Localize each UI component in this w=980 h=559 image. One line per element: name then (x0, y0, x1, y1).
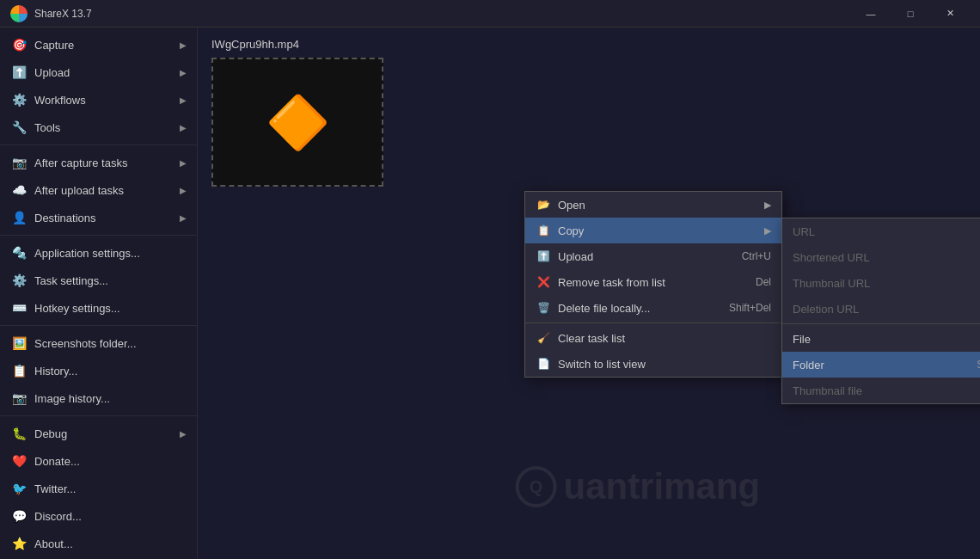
sidebar-item-upload[interactable]: ⬆️ Upload ▶ (0, 58, 197, 86)
file-section: IWgCpru9hh.mp4 🔶 (198, 28, 980, 197)
copy-deletion-url-label: Deletion URL (793, 303, 980, 316)
sidebar-label-about: About... (34, 538, 187, 550)
debug-arrow: ▶ (180, 429, 187, 439)
sidebar-label-task-settings: Task settings... (34, 274, 187, 287)
workflows-icon: ⚙️ (10, 91, 28, 108)
capture-icon: 🎯 (10, 36, 28, 53)
sidebar-item-destinations[interactable]: 👤 Destinations ▶ (0, 204, 197, 231)
maximize-button[interactable]: □ (891, 0, 930, 28)
watermark-circle: Q (516, 466, 557, 507)
sidebar-label-debug: Debug (34, 427, 180, 440)
ctx-item-remove-task[interactable]: ❌ Remove task from list Del (525, 269, 781, 295)
ctx-label-switch-view: Switch to list view (558, 358, 771, 371)
ctx-divider-1 (525, 322, 781, 323)
ctx-copy-shortened-url: Shortened URL (782, 244, 980, 270)
app-settings-icon: 🔩 (10, 244, 28, 261)
copy-thumbnail-file-label: Thumbnail file (793, 384, 980, 397)
sidebar-item-hotkey-settings[interactable]: ⌨️ Hotkey settings... (0, 294, 197, 322)
sidebar-item-twitter[interactable]: 🐦 Twitter... (0, 475, 197, 502)
debug-icon: 🐛 (10, 425, 28, 442)
ctx-label-delete-file: Delete file locally... (558, 302, 712, 315)
tools-icon: 🔧 (10, 119, 28, 136)
ctx-item-switch-view[interactable]: 📄 Switch to list view (525, 351, 781, 377)
sidebar-item-tools[interactable]: 🔧 Tools ▶ (0, 114, 197, 141)
minimize-button[interactable]: — (851, 0, 891, 28)
sidebar-item-debug[interactable]: 🐛 Debug ▶ (0, 420, 197, 447)
sidebar-label-app-settings: Application settings... (34, 247, 187, 260)
divider-3 (0, 325, 197, 326)
watermark: Q uantrimang (516, 466, 761, 507)
ctx-label-copy: Copy (558, 224, 761, 237)
copy-url-label: URL (793, 225, 980, 238)
tools-arrow: ▶ (180, 123, 187, 132)
delete-file-icon: 🗑️ (536, 300, 551, 316)
destinations-icon: 👤 (10, 209, 28, 226)
ctx-upload-icon: ⬆️ (536, 249, 551, 264)
twitter-icon: 🐦 (10, 480, 28, 497)
remove-task-icon: ❌ (536, 274, 551, 290)
upload-arrow: ▶ (180, 68, 187, 77)
ctx-label-open: Open (558, 199, 761, 212)
sidebar-label-history: History... (34, 365, 187, 378)
donate-icon: ❤️ (10, 452, 28, 470)
copy-icon: 📋 (536, 223, 551, 238)
screenshots-icon: 🖼️ (10, 335, 28, 352)
sidebar-item-history[interactable]: 📋 History... (0, 357, 197, 384)
sidebar-item-discord[interactable]: 💬 Discord... (0, 502, 197, 530)
ctx-item-open[interactable]: 📂 Open ▶ (525, 192, 781, 218)
sidebar-label-image-history: Image history... (34, 392, 187, 405)
app-body: 🎯 Capture ▶ ⬆️ Upload ▶ ⚙️ Workflows ▶ 🔧… (0, 28, 980, 559)
sidebar-item-workflows[interactable]: ⚙️ Workflows ▶ (0, 86, 197, 114)
sidebar-item-task-settings[interactable]: ⚙️ Task settings... (0, 267, 197, 294)
sidebar-item-app-settings[interactable]: 🔩 Application settings... (0, 239, 197, 267)
switch-view-icon: 📄 (536, 356, 551, 372)
ctx-label-upload: Upload (558, 250, 725, 263)
ctx-item-clear-list[interactable]: 🧹 Clear task list (525, 325, 781, 351)
copy-folder-shortcut: Shift+Enter (977, 359, 980, 371)
sidebar-label-twitter: Twitter... (34, 482, 187, 495)
copy-submenu-divider (782, 323, 980, 324)
image-history-icon: 📷 (10, 390, 28, 407)
sidebar-item-capture[interactable]: 🎯 Capture ▶ (0, 31, 197, 58)
ctx-copy-thumbnail-url: Thumbnail URL (782, 270, 980, 296)
sidebar-item-image-history[interactable]: 📷 Image history... (0, 384, 197, 412)
ctx-item-copy[interactable]: 📋 Copy ▶ URL Enter Shortened URL Thumbna… (525, 218, 781, 243)
copy-file-label: File (793, 333, 965, 346)
ctx-copy-file[interactable]: File Ctrl+Enter (782, 326, 980, 352)
app-icon (10, 5, 28, 22)
sidebar-label-workflows: Workflows (34, 94, 180, 107)
ctx-remove-task-shortcut: Del (756, 276, 771, 288)
sidebar-item-screenshots[interactable]: 🖼️ Screenshots folder... (0, 329, 197, 357)
sidebar-item-after-upload[interactable]: ☁️ After upload tasks ▶ (0, 176, 197, 204)
sidebar-label-discord: Discord... (34, 510, 187, 523)
ctx-item-upload[interactable]: ⬆️ Upload Ctrl+U (525, 243, 781, 269)
copy-thumbnail-url-label: Thumbnail URL (793, 277, 980, 290)
sidebar-label-after-upload: After upload tasks (34, 184, 180, 197)
sidebar-item-donate[interactable]: ❤️ Donate... (0, 447, 197, 475)
clear-list-icon: 🧹 (536, 330, 551, 346)
after-capture-arrow: ▶ (180, 158, 187, 168)
ctx-copy-folder[interactable]: Folder Shift+Enter (782, 352, 980, 378)
titlebar: ShareX 13.7 — □ ✕ (0, 0, 980, 28)
sidebar-item-about[interactable]: ⭐ About... (0, 530, 197, 557)
ctx-item-delete-file[interactable]: 🗑️ Delete file locally... Shift+Del (525, 295, 781, 321)
after-capture-icon: 📷 (10, 154, 28, 171)
sidebar-label-upload: Upload (34, 66, 180, 79)
close-button[interactable]: ✕ (930, 0, 970, 28)
after-upload-icon: ☁️ (10, 181, 28, 199)
sidebar-label-capture: Capture (34, 39, 180, 52)
history-icon: 📋 (10, 362, 28, 379)
thumbnail-box: 🔶 (211, 58, 383, 187)
sidebar-item-after-capture[interactable]: 📷 After capture tasks ▶ (0, 149, 197, 176)
task-settings-icon: ⚙️ (10, 272, 28, 289)
sidebar-label-hotkey-settings: Hotkey settings... (34, 302, 187, 315)
hotkey-settings-icon: ⌨️ (10, 299, 28, 316)
window-controls: — □ ✕ (851, 0, 970, 28)
sidebar-label-after-capture: After capture tasks (34, 157, 180, 169)
destinations-arrow: ▶ (180, 213, 187, 223)
content-area: IWgCpru9hh.mp4 🔶 Q uantrimang 📂 Open ▶ 📋… (198, 28, 980, 559)
discord-icon: 💬 (10, 507, 28, 525)
sidebar-label-tools: Tools (34, 121, 180, 134)
file-name: IWgCpru9hh.mp4 (211, 38, 966, 51)
divider-4 (0, 415, 197, 416)
